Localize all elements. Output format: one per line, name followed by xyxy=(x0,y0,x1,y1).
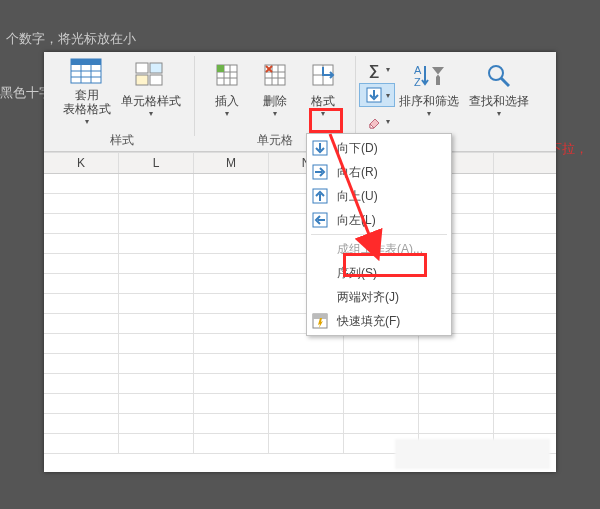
chevron-down-icon: ▾ xyxy=(273,109,277,118)
svg-text:A: A xyxy=(414,64,422,76)
svg-text:Z: Z xyxy=(414,76,421,88)
menu-fill-down[interactable]: 向下(D) xyxy=(307,136,451,160)
delete-cells-icon xyxy=(257,58,293,92)
col-header[interactable] xyxy=(494,153,556,173)
flash-fill-icon xyxy=(311,312,329,330)
fill-down-icon xyxy=(364,85,384,105)
col-header[interactable]: K xyxy=(44,153,119,173)
svg-point-34 xyxy=(489,66,503,80)
grid[interactable] xyxy=(44,174,556,454)
insert-button[interactable]: 插入 ▾ xyxy=(203,56,251,128)
group-label-styles: 样式 xyxy=(110,132,134,149)
svg-rect-8 xyxy=(136,75,148,85)
table-icon xyxy=(69,58,105,86)
fill-button[interactable]: ▾ xyxy=(360,84,394,106)
menu-fill-right[interactable]: 向右(R) xyxy=(307,160,451,184)
svg-rect-1 xyxy=(71,59,101,65)
sort-filter-button[interactable]: A Z 排序和筛选 ▾ xyxy=(394,56,464,128)
editing-stack: ∑ ▾ ▾ xyxy=(360,56,394,132)
autosum-button[interactable]: ∑ ▾ xyxy=(360,58,394,80)
menu-fill-justify[interactable]: 两端对齐(J) xyxy=(307,285,451,309)
clear-button[interactable]: ▾ xyxy=(360,110,394,132)
chevron-down-icon: ▾ xyxy=(497,109,501,118)
format-as-table-button[interactable]: 套用 表格格式 ▾ xyxy=(58,56,116,128)
cell-styles-icon xyxy=(133,58,169,92)
chevron-down-icon: ▾ xyxy=(386,65,390,74)
svg-rect-9 xyxy=(150,75,162,85)
watermark-patch xyxy=(395,439,550,469)
svg-line-35 xyxy=(501,78,509,86)
menu-flash-fill[interactable]: 快速填充(F) xyxy=(307,309,451,333)
excel-window: 套用 表格格式 ▾ xyxy=(44,52,556,472)
col-header[interactable]: M xyxy=(194,153,269,173)
cell-styles-button[interactable]: 单元格样式 ▾ xyxy=(116,56,186,128)
arrow-right-icon xyxy=(311,163,329,181)
svg-rect-6 xyxy=(136,63,148,73)
chevron-down-icon: ▾ xyxy=(225,109,229,118)
chevron-down-icon: ▾ xyxy=(85,117,89,126)
insert-cells-icon xyxy=(209,58,245,92)
delete-button[interactable]: 删除 ▾ xyxy=(251,56,299,128)
find-select-button[interactable]: 查找和选择 ▾ xyxy=(464,56,534,128)
svg-marker-33 xyxy=(432,67,444,85)
worksheet[interactable]: K L M N xyxy=(44,152,556,472)
bg-hint1: 个数字，将光标放在小 xyxy=(6,30,136,48)
separator xyxy=(194,56,195,136)
format-cells-icon xyxy=(305,58,341,92)
group-styles: 套用 表格格式 ▾ xyxy=(54,56,190,149)
chevron-down-icon: ▾ xyxy=(386,91,390,100)
menu-fill-group: 成组工作表(A)... xyxy=(307,237,451,261)
eraser-icon xyxy=(364,111,384,131)
arrow-down-icon xyxy=(311,139,329,157)
sigma-icon: ∑ xyxy=(364,59,384,79)
sort-filter-icon: A Z xyxy=(411,58,447,92)
group-label-cells: 单元格 xyxy=(257,132,293,149)
separator xyxy=(355,56,356,136)
arrow-up-icon xyxy=(311,187,329,205)
ribbon: 套用 表格格式 ▾ xyxy=(44,52,556,152)
col-header[interactable]: L xyxy=(119,153,194,173)
menu-fill-left[interactable]: 向左(L) xyxy=(307,208,451,232)
fill-dropdown: 向下(D) 向右(R) 向上(U) 向左(L) 成组工作表(A)... xyxy=(306,133,452,336)
menu-separator xyxy=(311,234,447,235)
svg-rect-15 xyxy=(217,65,224,72)
chevron-down-icon: ▾ xyxy=(427,109,431,118)
chevron-down-icon: ▾ xyxy=(149,109,153,118)
chevron-down-icon: ▾ xyxy=(321,109,325,118)
menu-fill-up[interactable]: 向上(U) xyxy=(307,184,451,208)
svg-rect-7 xyxy=(150,63,162,73)
chevron-down-icon: ▾ xyxy=(386,117,390,126)
search-icon xyxy=(481,58,517,92)
column-headers: K L M N xyxy=(44,152,556,174)
format-button[interactable]: 格式 ▾ xyxy=(299,56,347,128)
menu-fill-series[interactable]: 序列(S)... xyxy=(307,261,451,285)
arrow-left-icon xyxy=(311,211,329,229)
